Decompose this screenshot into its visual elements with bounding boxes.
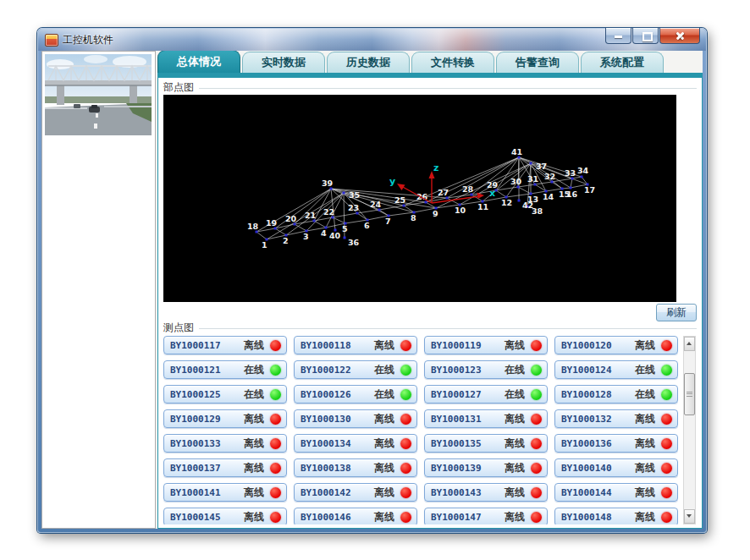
sensor-cell-BY1000148[interactable]: BY1000148离线 [554, 508, 678, 524]
status-indicator-icon [270, 512, 281, 523]
node-map-header: 部点图 [163, 80, 697, 95]
sensor-id: BY1000124 [561, 365, 635, 376]
minimize-button[interactable] [605, 28, 631, 44]
sensor-cell-BY1000131[interactable]: BY1000131离线 [424, 409, 548, 428]
svg-text:x: x [489, 188, 495, 199]
tab-3[interactable]: 历史数据 [327, 52, 410, 73]
status-indicator-icon [270, 340, 281, 351]
sensor-cell-BY1000125[interactable]: BY1000125在线 [163, 385, 287, 404]
sensor-cell-BY1000132[interactable]: BY1000132离线 [554, 409, 678, 428]
sensor-cell-BY1000128[interactable]: BY1000128在线 [554, 385, 678, 404]
sensor-cell-BY1000119[interactable]: BY1000119离线 [424, 336, 548, 354]
sensor-status-label: 在线 [244, 387, 264, 402]
sensor-cell-BY1000118[interactable]: BY1000118离线 [294, 336, 417, 354]
sensor-cell-BY1000146[interactable]: BY1000146离线 [294, 508, 417, 524]
sensor-cell-BY1000120[interactable]: BY1000120离线 [554, 336, 678, 354]
svg-text:17: 17 [584, 185, 595, 195]
sensor-status-label: 离线 [244, 412, 264, 426]
scroll-up-button[interactable] [684, 337, 695, 351]
sensor-cell-BY1000126[interactable]: BY1000126在线 [294, 385, 417, 404]
status-indicator-icon [661, 438, 672, 449]
svg-text:35: 35 [349, 190, 360, 200]
sensor-status-label: 离线 [244, 510, 264, 524]
svg-text:22: 22 [323, 207, 334, 217]
sensor-cell-BY1000137[interactable]: BY1000137离线 [163, 458, 287, 477]
tab-4[interactable]: 文件转换 [411, 52, 494, 73]
svg-text:41: 41 [511, 147, 522, 156]
status-indicator-icon [531, 463, 542, 474]
status-indicator-icon [270, 365, 281, 376]
sensor-cell-BY1000141[interactable]: BY1000141离线 [163, 483, 287, 502]
svg-text:23: 23 [348, 203, 359, 212]
sensor-id: BY1000127 [431, 389, 505, 400]
sensor-id: BY1000123 [431, 365, 505, 376]
sensor-status-label: 离线 [244, 486, 264, 500]
refresh-button[interactable]: 刷新 [656, 304, 697, 321]
sensor-cell-BY1000123[interactable]: BY1000123在线 [424, 360, 548, 379]
status-indicator-icon [661, 414, 672, 425]
bridge-3d-viewport[interactable]: 1234567891011121314151617181920212223242… [163, 95, 676, 302]
status-indicator-icon [531, 389, 542, 400]
sensor-cell-BY1000124[interactable]: BY1000124在线 [554, 360, 678, 379]
sensor-id: BY1000131 [431, 414, 505, 425]
sensor-cell-BY1000139[interactable]: BY1000139离线 [424, 458, 548, 477]
maximize-button[interactable] [632, 28, 659, 44]
sensor-status-label: 离线 [374, 486, 394, 500]
status-indicator-icon [270, 389, 281, 400]
sensor-id: BY1000122 [301, 365, 374, 376]
svg-text:3: 3 [303, 232, 309, 241]
main-area: 总体情况实时数据历史数据文件转换告警查询系统配置 部点图 12345678910… [157, 51, 703, 529]
sensor-status-label: 离线 [505, 486, 525, 500]
sensor-cell-BY1000127[interactable]: BY1000127在线 [424, 385, 548, 404]
scroll-down-button[interactable] [684, 509, 695, 524]
sensor-id: BY1000141 [170, 487, 244, 498]
sensor-cell-BY1000144[interactable]: BY1000144离线 [554, 483, 678, 502]
svg-text:34: 34 [577, 166, 589, 175]
sensor-cell-BY1000145[interactable]: BY1000145离线 [163, 508, 287, 524]
sensor-cell-BY1000117[interactable]: BY1000117离线 [163, 336, 287, 354]
tab-6[interactable]: 系统配置 [581, 52, 664, 73]
status-indicator-icon [270, 463, 281, 474]
tab-1[interactable]: 总体情况 [157, 50, 240, 73]
status-indicator-icon [400, 340, 411, 351]
divider [199, 88, 697, 89]
sensor-id: BY1000148 [561, 512, 635, 523]
sensor-cell-BY1000143[interactable]: BY1000143离线 [424, 483, 548, 502]
sensor-status-label: 离线 [635, 338, 655, 353]
scrollbar-thumb[interactable] [684, 373, 695, 415]
status-indicator-icon [531, 340, 542, 351]
sensor-grid-area: BY1000117离线BY1000118离线BY1000119离线BY10001… [163, 336, 697, 524]
sensor-cell-BY1000136[interactable]: BY1000136离线 [554, 434, 678, 453]
close-button[interactable] [659, 28, 700, 44]
node-map-label: 部点图 [163, 80, 194, 95]
sensor-id: BY1000130 [301, 414, 374, 425]
tab-5[interactable]: 告警查询 [496, 52, 579, 73]
svg-text:27: 27 [438, 188, 449, 197]
sensor-cell-BY1000134[interactable]: BY1000134离线 [294, 434, 417, 453]
sensor-cell-BY1000135[interactable]: BY1000135离线 [424, 434, 548, 453]
divider [199, 328, 697, 329]
status-indicator-icon [400, 365, 411, 376]
sensor-cell-BY1000129[interactable]: BY1000129离线 [163, 409, 287, 428]
sensor-status-label: 在线 [374, 387, 394, 402]
sensor-status-label: 离线 [374, 412, 394, 426]
sensor-cell-BY1000140[interactable]: BY1000140离线 [554, 458, 678, 477]
sensor-cell-BY1000133[interactable]: BY1000133离线 [163, 434, 287, 453]
sensor-status-label: 在线 [635, 387, 655, 402]
sensor-cell-BY1000121[interactable]: BY1000121在线 [163, 360, 287, 379]
sensor-cell-BY1000138[interactable]: BY1000138离线 [294, 458, 417, 477]
thumb-grip-icon [687, 392, 692, 397]
scrollbar-track[interactable] [684, 351, 695, 509]
sensor-status-label: 离线 [244, 436, 264, 451]
vertical-scrollbar[interactable] [683, 336, 696, 524]
sensor-cell-BY1000142[interactable]: BY1000142离线 [294, 483, 417, 502]
sensor-status-label: 离线 [244, 338, 264, 353]
sensor-cell-BY1000147[interactable]: BY1000147离线 [424, 508, 548, 524]
sensor-status-label: 离线 [374, 436, 394, 451]
tab-2[interactable]: 实时数据 [242, 52, 325, 73]
sidebar [41, 51, 156, 529]
sensor-status-label: 在线 [505, 387, 525, 402]
sensor-cell-BY1000130[interactable]: BY1000130离线 [294, 409, 417, 428]
sensor-cell-BY1000122[interactable]: BY1000122在线 [294, 360, 417, 379]
sensor-id: BY1000144 [561, 487, 635, 498]
